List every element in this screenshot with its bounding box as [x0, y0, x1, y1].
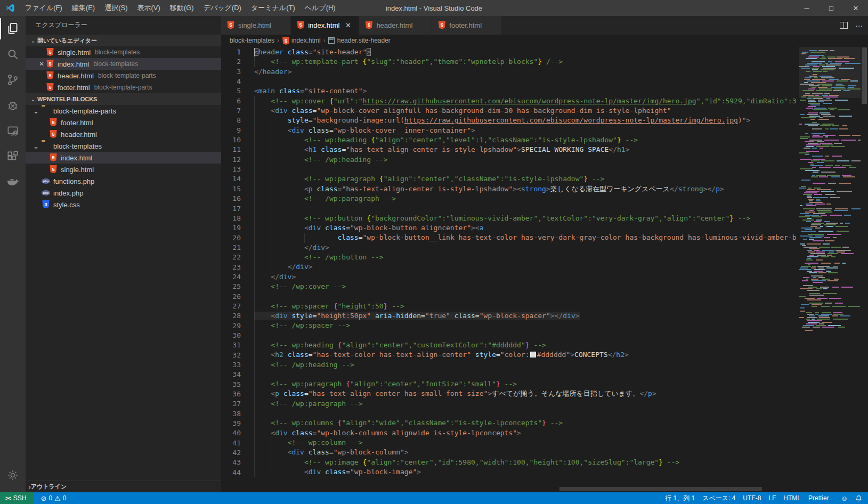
settings-gear-icon[interactable]: [0, 462, 26, 488]
code-line[interactable]: <h1 class="has-text-align-center is-styl…: [254, 145, 799, 155]
minimize-button[interactable]: ─: [794, 0, 819, 16]
status-item[interactable]: UTF-8: [739, 492, 765, 504]
tree-item-functions-php[interactable]: phpfunctions.php: [26, 175, 221, 187]
code-line[interactable]: <h2 class="has-text-color has-text-align…: [254, 350, 799, 360]
code-line[interactable]: [254, 77, 799, 86]
code-line[interactable]: </div>: [254, 243, 799, 253]
more-actions-icon[interactable]: ···: [855, 21, 863, 30]
maximize-button[interactable]: □: [819, 0, 843, 16]
code-line[interactable]: <!-- wp:template-part {"slug":"header","…: [254, 57, 799, 67]
minimap[interactable]: [799, 47, 861, 492]
code-editor[interactable]: <header class="site-header"> <!-- wp:tem…: [254, 46, 799, 477]
code-line[interactable]: <main class="site-content">: [254, 86, 799, 96]
tab-single.html[interactable]: 5single.html: [221, 16, 291, 35]
code-line[interactable]: </div>: [254, 262, 799, 272]
tree-item-header-html[interactable]: 5header.html: [26, 128, 221, 140]
search-icon[interactable]: [0, 42, 26, 67]
menu-item[interactable]: ヘルプ(H): [300, 0, 340, 16]
horizontal-scrollbar[interactable]: [559, 487, 762, 491]
split-editor-icon[interactable]: [840, 22, 848, 29]
code-line[interactable]: <div class="wp-block-cover alignfull has…: [254, 106, 799, 116]
open-editor-item[interactable]: 5header.htmlblock-template-parts: [26, 70, 221, 82]
breadcrumb-item[interactable]: 5index.html: [282, 37, 321, 44]
problems-indicator[interactable]: ⊘ 0 ⚠ 0: [37, 492, 70, 504]
tab-footer.html[interactable]: 5footer.html: [432, 16, 501, 35]
code-line[interactable]: [254, 291, 799, 301]
feedback-smiley-icon[interactable]: ☺: [837, 492, 851, 504]
menu-item[interactable]: 移動(G): [165, 0, 199, 16]
code-line[interactable]: <!-- /wp:button -->: [254, 253, 799, 262]
code-line[interactable]: </div>: [254, 272, 799, 282]
tree-item-style-css[interactable]: 3style.css: [26, 199, 221, 210]
remote-explorer-icon[interactable]: [0, 118, 26, 144]
code-line[interactable]: <div class="wp-block-cover__inner-contai…: [254, 126, 799, 135]
code-line[interactable]: <!-- /wp:spacer -->: [254, 321, 799, 330]
breadcrumb-item[interactable]: block-templates: [230, 37, 274, 44]
code-line[interactable]: <div style="height:50px" aria-hidden="tr…: [254, 311, 799, 321]
code-line[interactable]: <!-- wp:heading {"align":"center","custo…: [254, 340, 799, 350]
tree-item-single-html[interactable]: 5single.html: [26, 164, 221, 175]
breadcrumb-item[interactable]: header.site-header: [328, 37, 391, 44]
debug-icon[interactable]: [0, 93, 26, 118]
code-line[interactable]: <!-- wp:spacer {"height":50} -->: [254, 302, 799, 311]
menu-item[interactable]: 表示(V): [133, 0, 165, 16]
code-line[interactable]: <div class="wp-block-column">: [254, 448, 799, 457]
code-line[interactable]: <p class="has-text-align-center has-smal…: [254, 389, 799, 399]
code-line[interactable]: <!-- /wp:paragraph -->: [254, 194, 799, 204]
code-line[interactable]: <header class="site-header">: [254, 47, 799, 57]
code-line[interactable]: <!-- /wp:cover -->: [254, 282, 799, 291]
code-line[interactable]: <!-- wp:cover {"url":"https://raw.github…: [254, 96, 799, 106]
code-line[interactable]: [254, 370, 799, 379]
status-item[interactable]: 行 1、列 1: [661, 492, 699, 504]
tree-item-block-templates[interactable]: ⌄block-templates: [26, 140, 221, 152]
code-line[interactable]: <p class="has-text-align-center is-style…: [254, 184, 799, 194]
extensions-icon[interactable]: [0, 144, 26, 169]
code-line[interactable]: <div class="wp-block-image">: [254, 467, 799, 477]
code-line[interactable]: [254, 204, 799, 213]
open-editors-header[interactable]: ⌄ 開いているエディター: [26, 35, 221, 46]
open-editor-item[interactable]: 5footer.htmlblock-template-parts: [26, 82, 221, 93]
menu-item[interactable]: デバッグ(D): [199, 0, 246, 16]
tab-index.html[interactable]: 5index.html✕: [291, 16, 359, 35]
code-line[interactable]: class="wp-block-button__link has-text-co…: [254, 233, 799, 242]
tree-item-footer-html[interactable]: 5footer.html: [26, 117, 221, 128]
code-line[interactable]: </header>: [254, 67, 799, 77]
code-line[interactable]: [254, 331, 799, 340]
open-editor-item[interactable]: 5single.htmlblock-templates: [26, 46, 221, 58]
close-button[interactable]: ✕: [843, 0, 868, 16]
code-line[interactable]: <div class="wp-block-button aligncenter"…: [254, 223, 799, 233]
open-editor-item[interactable]: ✕5index.htmlblock-templates: [26, 58, 221, 70]
source-control-icon[interactable]: [0, 67, 26, 93]
menu-item[interactable]: ターミナル(T): [246, 0, 300, 16]
tab-header.html[interactable]: 5header.html: [359, 16, 432, 35]
explorer-icon[interactable]: [0, 16, 26, 42]
code-line[interactable]: <!-- wp:button {"backgroundColor":"lumin…: [254, 214, 799, 223]
code-line[interactable]: <!-- /wp:heading -->: [254, 155, 799, 165]
outline-header[interactable]: › アウトライン: [26, 481, 221, 492]
code-line[interactable]: <!-- wp:column -->: [254, 438, 799, 448]
vertical-scrollbar[interactable]: [861, 46, 868, 492]
status-item[interactable]: HTML: [780, 492, 805, 504]
close-icon[interactable]: ✕: [37, 60, 46, 68]
docker-icon[interactable]: [0, 169, 26, 195]
code-line[interactable]: <!-- wp:paragraph {"align":"center","cla…: [254, 174, 799, 184]
menu-item[interactable]: 選択(S): [100, 0, 132, 16]
code-line[interactable]: [254, 409, 799, 418]
tab-close-icon[interactable]: ✕: [343, 21, 353, 29]
code-line[interactable]: style="background-image:url(https://raw.…: [254, 116, 799, 125]
status-item[interactable]: LF: [765, 492, 780, 504]
code-line[interactable]: <!-- wp:paragraph {"align":"center","fon…: [254, 379, 799, 389]
menu-item[interactable]: 編集(E): [67, 0, 100, 16]
menu-item[interactable]: ファイル(F): [20, 0, 67, 16]
code-line[interactable]: <!-- /wp:heading -->: [254, 360, 799, 370]
status-item[interactable]: Prettier: [805, 492, 833, 504]
status-item[interactable]: スペース: 4: [699, 492, 739, 504]
workspace-header[interactable]: ⌄ WPNOTELP-BLOCKS: [26, 93, 221, 105]
tree-item-index-php[interactable]: phpindex.php: [26, 187, 221, 199]
remote-indicator[interactable]: >< SSH: [0, 492, 33, 504]
code-line[interactable]: [254, 165, 799, 174]
code-line[interactable]: <!-- wp:columns {"align":"wide","classNa…: [254, 418, 799, 428]
tree-item-index-html[interactable]: 5index.html: [26, 152, 221, 164]
tree-item-block-template-parts[interactable]: ⌄block-template-parts: [26, 105, 221, 117]
code-line[interactable]: <!-- /wp:paragraph -->: [254, 399, 799, 409]
